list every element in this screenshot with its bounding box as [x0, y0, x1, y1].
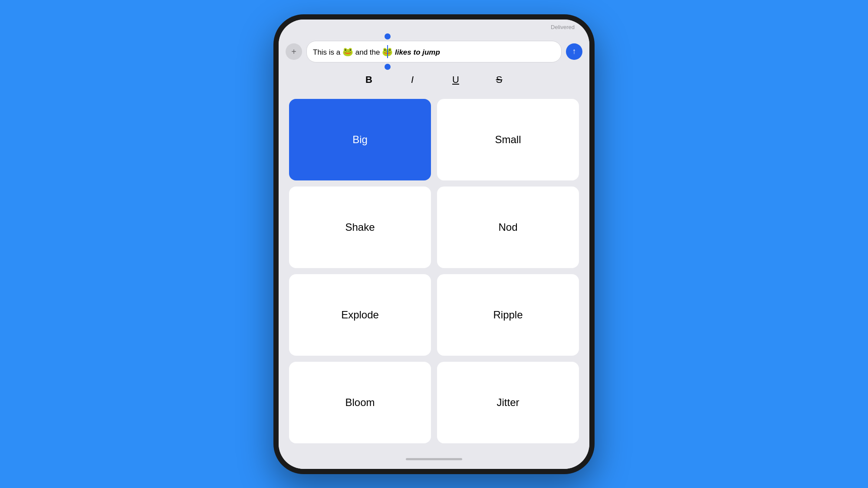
selection-handle-bottom	[385, 64, 391, 70]
bold-button[interactable]: B	[360, 71, 378, 88]
effect-btn-shake[interactable]: Shake	[289, 187, 431, 268]
effects-grid: BigSmallShakeNodExplodeRippleBloomJitter	[279, 95, 589, 454]
phone-screen: Delivered + This is a 🐸 and the 🐸	[279, 20, 589, 469]
phone-frame: Delivered + This is a 🐸 and the 🐸	[273, 14, 595, 474]
effect-btn-small[interactable]: Small	[437, 99, 579, 180]
italic-button[interactable]: I	[404, 71, 421, 88]
text-part-2: and the	[355, 48, 382, 56]
message-input[interactable]: This is a 🐸 and the 🐸 likes to jump	[306, 41, 562, 62]
format-toolbar: B I U S	[279, 68, 589, 95]
text-part-italic: likes to jump	[395, 48, 440, 56]
effect-btn-jitter[interactable]: Jitter	[437, 362, 579, 443]
home-bar	[406, 458, 462, 460]
add-button[interactable]: +	[286, 43, 302, 60]
home-indicator	[279, 454, 589, 469]
send-icon: ↑	[572, 47, 576, 56]
input-bar: + This is a 🐸 and the 🐸 likes to jump	[279, 37, 589, 68]
effect-btn-explode[interactable]: Explode	[289, 274, 431, 356]
underline-button[interactable]: U	[447, 71, 464, 88]
messages-area: Delivered	[279, 20, 589, 37]
selection-handle-top	[385, 33, 391, 39]
selection-indicator: 🐸	[382, 46, 393, 58]
send-button[interactable]: ↑	[566, 43, 582, 60]
text-part-1: This is a	[313, 48, 342, 56]
cursor-line	[387, 45, 388, 58]
frog-emoji-1: 🐸	[342, 47, 353, 56]
effect-btn-ripple[interactable]: Ripple	[437, 274, 579, 356]
strikethrough-button[interactable]: S	[490, 71, 508, 88]
message-text: This is a 🐸 and the 🐸 likes to jump	[313, 46, 555, 58]
delivered-label: Delivered	[289, 20, 579, 33]
effect-btn-big[interactable]: Big	[289, 99, 431, 180]
effect-btn-bloom[interactable]: Bloom	[289, 362, 431, 443]
effect-btn-nod[interactable]: Nod	[437, 187, 579, 268]
plus-icon: +	[291, 47, 296, 56]
